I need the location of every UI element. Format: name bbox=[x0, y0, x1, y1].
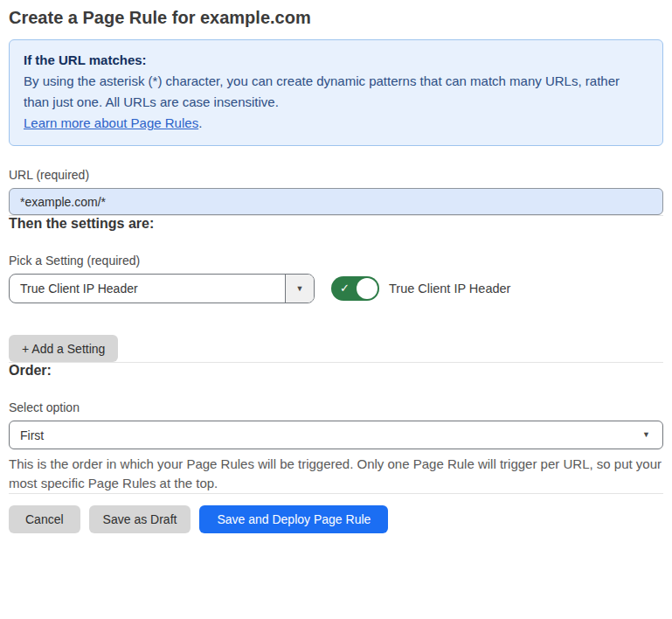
toggle-label: True Client IP Header bbox=[389, 282, 510, 296]
info-box-body: By using the asterisk (*) character, you… bbox=[24, 71, 648, 113]
pick-setting-label: Pick a Setting (required) bbox=[9, 254, 663, 268]
settings-section-heading: Then the settings are: bbox=[9, 216, 663, 232]
save-as-draft-button[interactable]: Save as Draft bbox=[89, 505, 191, 533]
link-suffix: . bbox=[198, 115, 202, 130]
learn-more-link[interactable]: Learn more about Page Rules bbox=[24, 115, 198, 130]
page-title: Create a Page Rule for example.com bbox=[9, 5, 663, 30]
true-client-ip-toggle[interactable]: ✓ bbox=[331, 276, 379, 301]
info-box-heading: If the URL matches: bbox=[24, 50, 648, 71]
add-setting-button[interactable]: + Add a Setting bbox=[9, 335, 118, 362]
setting-select[interactable]: True Client IP Header ▼ bbox=[9, 274, 315, 303]
order-help-text: This is the order in which your Page Rul… bbox=[9, 455, 663, 493]
info-link-line: Learn more about Page Rules. bbox=[24, 113, 648, 134]
setting-select-arrow-button[interactable]: ▼ bbox=[285, 275, 314, 303]
order-section-heading: Order: bbox=[9, 363, 663, 379]
toggle-knob bbox=[357, 278, 378, 299]
footer-actions: Cancel Save as Draft Save and Deploy Pag… bbox=[9, 505, 663, 533]
url-input[interactable] bbox=[9, 188, 663, 215]
chevron-down-icon: ▼ bbox=[642, 431, 650, 439]
setting-row: True Client IP Header ▼ ✓ True Client IP… bbox=[9, 274, 663, 303]
chevron-down-icon: ▼ bbox=[296, 285, 304, 293]
url-field-label: URL (required) bbox=[9, 168, 663, 182]
order-select[interactable]: First ▼ bbox=[9, 421, 663, 449]
save-and-deploy-button[interactable]: Save and Deploy Page Rule bbox=[199, 505, 388, 533]
url-matches-info-box: If the URL matches: By using the asteris… bbox=[9, 39, 663, 146]
page-rule-form: Create a Page Rule for example.com If th… bbox=[0, 0, 672, 533]
check-icon: ✓ bbox=[340, 282, 350, 295]
divider bbox=[9, 493, 663, 494]
cancel-button[interactable]: Cancel bbox=[9, 505, 80, 533]
order-select-label: Select option bbox=[9, 400, 663, 414]
setting-select-value: True Client IP Header bbox=[10, 275, 285, 303]
order-select-value: First bbox=[20, 428, 44, 442]
